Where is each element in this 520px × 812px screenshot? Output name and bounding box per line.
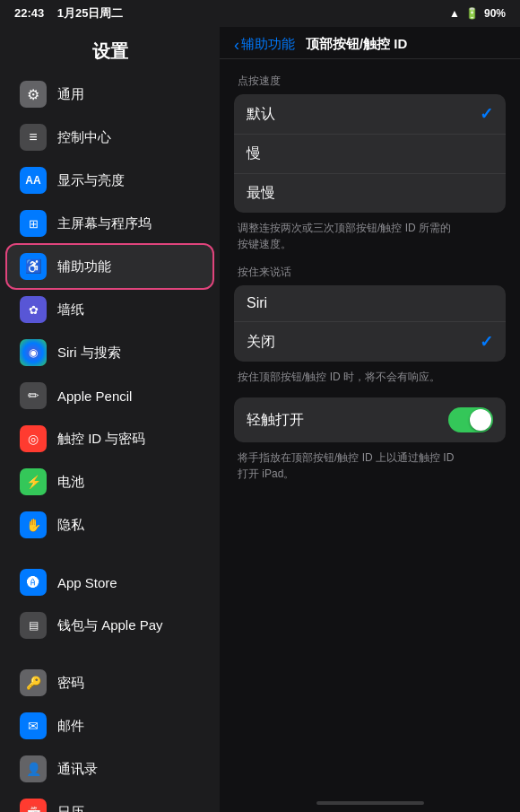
sidebar-item-wallpaper[interactable]: ✿ 墙纸: [7, 288, 212, 331]
detail-pane: ‹ 辅助功能 顶部按钮/触控 ID 点按速度 默认 ✓ 慢 最慢 调整: [220, 27, 520, 812]
sidebar-label-display: 显示与亮度: [57, 172, 125, 189]
sidebar-label-calendar: 日历: [57, 804, 84, 813]
battery-percent: 90%: [484, 7, 506, 20]
sidebar-label-accessibility: 辅助功能: [57, 258, 111, 275]
sidebar-group-3: 🔑 密码 ✉ 邮件 👤 通讯录 📅 日历 📝 备忘录 ☰ 提醒事项: [0, 661, 220, 812]
sidebar-item-app-store[interactable]: 🅐 App Store: [7, 561, 212, 604]
sidebar-item-privacy[interactable]: ✋ 隐私: [7, 503, 212, 546]
tap-to-wake-label: 轻触打开: [247, 411, 304, 430]
main-layout: 设置 ⚙ 通用 ≡ 控制中心 AA 显示与亮度 ⊞ 主屏幕与程序坞 ♿ 辅助功能: [0, 27, 520, 812]
hold-off-check: ✓: [480, 332, 493, 352]
general-icon: ⚙: [20, 81, 47, 108]
sidebar-label-app-store: App Store: [57, 575, 117, 590]
hold-off-label: 关闭: [247, 333, 275, 352]
detail-content: 点按速度 默认 ✓ 慢 最慢 调整连按两次或三次顶部按钮/触控 ID 所需的按键…: [220, 59, 520, 794]
wallpaper-icon: ✿: [20, 296, 47, 323]
hold-off-row[interactable]: 关闭 ✓: [234, 322, 506, 362]
sidebar-label-touch-id: 触控 ID 与密码: [57, 431, 145, 448]
sidebar-item-battery[interactable]: ⚡ 电池: [7, 460, 212, 503]
section-label-click-speed: 点按速度: [238, 74, 506, 89]
detail-title: 顶部按钮/触控 ID: [306, 36, 407, 53]
hold-siri-label: Siri: [247, 295, 267, 311]
sidebar-item-passwords[interactable]: 🔑 密码: [7, 661, 212, 704]
contacts-icon: 👤: [20, 755, 47, 782]
sidebar-item-display[interactable]: AA 显示与亮度: [7, 159, 212, 202]
sidebar-label-passwords: 密码: [57, 675, 84, 692]
sidebar-item-mail[interactable]: ✉ 邮件: [7, 704, 212, 747]
sidebar-group-1: ⚙ 通用 ≡ 控制中心 AA 显示与亮度 ⊞ 主屏幕与程序坞 ♿ 辅助功能 ✿ …: [0, 73, 220, 546]
sidebar-label-wallet: 钱包与 Apple Pay: [57, 617, 163, 634]
click-speed-slowest-label: 最慢: [247, 184, 275, 203]
battery-icon: 🔋: [465, 7, 479, 20]
tap-to-wake-desc: 将手指放在顶部按钮/触控 ID 上以通过触控 ID打开 iPad。: [238, 450, 502, 482]
status-bar: 22:43 1月25日周二 ▲ 🔋 90%: [0, 0, 520, 27]
tap-to-wake-group: 轻触打开: [234, 397, 506, 442]
sidebar-item-general[interactable]: ⚙ 通用: [7, 73, 212, 116]
status-indicators: ▲ 🔋 90%: [449, 7, 506, 20]
sidebar-label-siri: Siri 与搜索: [57, 345, 121, 362]
accessibility-icon: ♿: [20, 253, 47, 280]
back-chevron-icon: ‹: [234, 37, 239, 53]
hold-to-speak-group: Siri 关闭 ✓: [234, 285, 506, 362]
sidebar-label-home-screen: 主屏幕与程序坞: [57, 215, 152, 232]
detail-header: ‹ 辅助功能 顶部按钮/触控 ID: [220, 27, 520, 59]
sidebar-label-general: 通用: [57, 86, 84, 103]
click-speed-slowest-row[interactable]: 最慢: [234, 174, 506, 213]
sidebar-title: 设置: [0, 27, 220, 73]
click-speed-default-row[interactable]: 默认 ✓: [234, 94, 506, 135]
click-speed-slow-row[interactable]: 慢: [234, 135, 506, 174]
hold-siri-row[interactable]: Siri: [234, 285, 506, 322]
hold-to-speak-desc: 按住顶部按钮/触控 ID 时，将不会有响应。: [238, 369, 502, 385]
touch-id-icon: ◎: [20, 425, 47, 452]
sidebar-group-2: 🅐 App Store ▤ 钱包与 Apple Pay: [0, 561, 220, 647]
app-store-icon: 🅐: [20, 569, 47, 596]
sidebar-item-accessibility[interactable]: ♿ 辅助功能: [7, 245, 212, 288]
click-speed-group: 默认 ✓ 慢 最慢: [234, 94, 506, 213]
sidebar-label-privacy: 隐私: [57, 517, 84, 534]
click-speed-default-label: 默认: [247, 105, 275, 124]
back-button[interactable]: ‹ 辅助功能: [234, 36, 295, 53]
click-speed-slow-label: 慢: [247, 144, 261, 163]
back-label: 辅助功能: [241, 36, 295, 53]
status-time-date: 22:43 1月25日周二: [14, 5, 123, 22]
click-speed-desc: 调整连按两次或三次顶部按钮/触控 ID 所需的按键速度。: [238, 220, 502, 252]
sidebar-label-contacts: 通讯录: [57, 761, 98, 778]
battery-menu-icon: ⚡: [20, 468, 47, 495]
toggle-knob: [470, 409, 491, 431]
home-screen-icon: ⊞: [20, 210, 47, 237]
click-speed-default-check: ✓: [480, 104, 493, 124]
scroll-indicator: [316, 801, 424, 805]
section-label-hold-to-speak: 按住来说话: [238, 265, 506, 280]
sidebar-label-wallpaper: 墙纸: [57, 301, 84, 319]
sidebar-label-control-center: 控制中心: [57, 129, 111, 146]
siri-icon: ◉: [20, 339, 47, 366]
sidebar-item-home-screen[interactable]: ⊞ 主屏幕与程序坞: [7, 202, 212, 245]
sidebar-item-calendar[interactable]: 📅 日历: [7, 790, 212, 812]
passwords-icon: 🔑: [20, 669, 47, 696]
calendar-icon: 📅: [20, 799, 47, 812]
tap-to-wake-toggle[interactable]: [448, 407, 493, 432]
wifi-icon: ▲: [449, 7, 460, 20]
sidebar: 设置 ⚙ 通用 ≡ 控制中心 AA 显示与亮度 ⊞ 主屏幕与程序坞 ♿ 辅助功能: [0, 27, 220, 812]
sidebar-item-wallet[interactable]: ▤ 钱包与 Apple Pay: [7, 604, 212, 647]
status-time: 22:43: [14, 6, 44, 20]
control-center-icon: ≡: [20, 124, 47, 151]
sidebar-item-control-center[interactable]: ≡ 控制中心: [7, 116, 212, 159]
status-date: 1月25日周二: [57, 6, 124, 20]
wallet-icon: ▤: [20, 612, 47, 639]
display-icon: AA: [20, 167, 47, 194]
mail-icon: ✉: [20, 712, 47, 739]
sidebar-label-mail: 邮件: [57, 718, 84, 735]
sidebar-item-contacts[interactable]: 👤 通讯录: [7, 747, 212, 790]
sidebar-label-apple-pencil: Apple Pencil: [57, 389, 132, 404]
sidebar-item-touch-id[interactable]: ◎ 触控 ID 与密码: [7, 417, 212, 460]
privacy-icon: ✋: [20, 511, 47, 538]
apple-pencil-icon: ✏: [20, 382, 47, 409]
tap-to-wake-row[interactable]: 轻触打开: [234, 397, 506, 442]
sidebar-label-battery: 电池: [57, 474, 84, 491]
sidebar-item-apple-pencil[interactable]: ✏ Apple Pencil: [7, 374, 212, 417]
sidebar-item-siri[interactable]: ◉ Siri 与搜索: [7, 331, 212, 374]
